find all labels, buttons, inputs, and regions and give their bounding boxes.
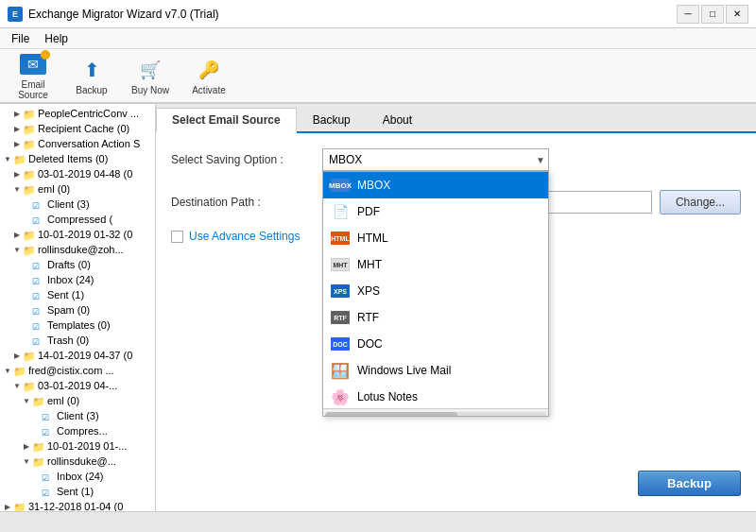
- tree-item[interactable]: ☑Compressed (: [0, 212, 155, 227]
- tree-label: 03-01-2019 04-...: [38, 380, 117, 391]
- tree-item[interactable]: ▼📁eml (0): [0, 393, 155, 408]
- tree-toggle[interactable]: ▼: [2, 365, 13, 376]
- folder-icon: 📁: [32, 396, 45, 407]
- minimize-button[interactable]: ─: [677, 5, 699, 24]
- saving-option-value: MBOX: [329, 153, 362, 166]
- tree-toggle[interactable]: ▶: [11, 229, 23, 240]
- tree-item[interactable]: ▶📁10-01-2019 01-32 (0: [0, 227, 155, 242]
- tree-item[interactable]: ☑Sent (1): [0, 484, 155, 499]
- toolbar-backup[interactable]: ⬆ Backup: [66, 52, 117, 100]
- tree-toggle[interactable]: [21, 304, 32, 316]
- tree-item[interactable]: ☑Client (3): [0, 408, 155, 423]
- toolbar-email-source[interactable]: ↑ Email Source: [8, 46, 59, 105]
- tree-toggle[interactable]: [30, 410, 42, 421]
- tree-toggle[interactable]: ▶: [11, 108, 23, 119]
- tree-item[interactable]: ▶📁03-01-2019 04-48 (0: [0, 166, 155, 181]
- tree-toggle[interactable]: ▼: [21, 455, 32, 467]
- tree-item[interactable]: ☑Drafts (0): [0, 257, 155, 272]
- tree-toggle[interactable]: ▼: [11, 183, 23, 195]
- dropdown-item-mht[interactable]: MHT MHT: [323, 251, 548, 278]
- xps-icon: XPS: [331, 282, 350, 300]
- dropdown-item-rtf[interactable]: RTF RTF: [323, 304, 548, 331]
- tree-item[interactable]: ▶📁31-12-2018 01-04 (0: [0, 499, 155, 511]
- tree-item[interactable]: ▶📁14-01-2019 04-37 (0: [0, 348, 155, 363]
- dropdown-item-pdf[interactable]: 📄 PDF: [323, 198, 548, 225]
- advance-settings-checkbox[interactable]: [171, 231, 183, 243]
- tree-item[interactable]: ▼📁eml (0): [0, 181, 155, 197]
- lotus-label: Lotus Notes: [357, 390, 418, 403]
- tree-toggle[interactable]: ▼: [2, 153, 13, 164]
- tree-item[interactable]: ▶📁PeopleCentricConv ...: [0, 106, 155, 121]
- tree-item[interactable]: ▶📁Recipient Cache (0): [0, 121, 155, 136]
- change-button[interactable]: Change...: [660, 190, 741, 215]
- tree-item[interactable]: ☑Inbox (24): [0, 469, 155, 484]
- tab-about[interactable]: About: [367, 108, 428, 133]
- menu-help[interactable]: Help: [37, 30, 76, 47]
- tree-label: Inbox (24): [57, 471, 104, 482]
- dropdown-item-html[interactable]: HTML HTML: [323, 225, 548, 251]
- tree-item[interactable]: ☑Compres...: [0, 423, 155, 438]
- toolbar-buy-now[interactable]: 🛒 Buy Now: [125, 52, 176, 100]
- checkbox-icon: ☑: [32, 292, 40, 301]
- tree-toggle[interactable]: [21, 335, 32, 346]
- tree-toggle[interactable]: [30, 486, 42, 497]
- dropdown-list[interactable]: MBOX MBOX 📄 PDF: [322, 171, 549, 417]
- tree-toggle[interactable]: [21, 289, 32, 300]
- tab-backup[interactable]: Backup: [297, 108, 367, 133]
- tree-toggle[interactable]: [21, 198, 32, 210]
- tree-toggle[interactable]: [21, 214, 32, 225]
- tree-item[interactable]: ☑Templates (0): [0, 317, 155, 333]
- close-button[interactable]: ✕: [726, 5, 748, 24]
- dropdown-item-doc[interactable]: DOC DOC: [323, 331, 548, 357]
- dropdown-item-wlm[interactable]: 🪟 Windows Live Mail: [323, 357, 548, 384]
- tree-item[interactable]: ▼📁03-01-2019 04-...: [0, 378, 155, 393]
- tree-toggle[interactable]: [21, 274, 32, 285]
- tree-item[interactable]: ▼📁fred@cistix.com ...: [0, 363, 155, 378]
- tree-toggle[interactable]: ▼: [21, 395, 32, 406]
- menu-file[interactable]: File: [4, 30, 37, 47]
- dropdown-item-xps[interactable]: XPS XPS: [323, 278, 548, 304]
- tree-item[interactable]: ▼📁rollinsduke@...: [0, 454, 155, 469]
- tree-toggle[interactable]: ▼: [11, 244, 23, 255]
- dropdown-item-lotus[interactable]: 🌸 Lotus Notes: [323, 384, 548, 408]
- tree-toggle[interactable]: ▶: [21, 440, 32, 452]
- tree-item[interactable]: ▼📁rollinsduke@zoh...: [0, 242, 155, 257]
- dropdown-hthumb: [325, 412, 457, 418]
- tree-item[interactable]: ▶📁Conversation Action S: [0, 136, 155, 151]
- checkbox-icon: ☑: [32, 262, 40, 271]
- tree-toggle[interactable]: [30, 471, 42, 482]
- tree-item[interactable]: ▼📁Deleted Items (0): [0, 151, 155, 166]
- tree-item[interactable]: ▶📁10-01-2019 01-...: [0, 438, 155, 454]
- dropdown-item-mbox[interactable]: MBOX MBOX: [323, 172, 548, 198]
- backup-button[interactable]: Backup: [638, 471, 741, 496]
- tree-toggle[interactable]: [21, 259, 32, 270]
- title-bar: E Exchange Migrator Wizard v7.0 (Trial) …: [0, 0, 756, 28]
- saving-option-select[interactable]: MBOX: [322, 148, 549, 171]
- tree-toggle[interactable]: ▶: [11, 123, 23, 134]
- toolbar-buy-label: Buy Now: [131, 85, 169, 95]
- saving-option-row: Select Saving Option : MBOX ▼: [171, 148, 741, 171]
- tree-item[interactable]: ☑Sent (1): [0, 287, 155, 302]
- dropdown-hscroll[interactable]: [323, 408, 548, 417]
- tree-toggle[interactable]: ▶: [11, 138, 23, 149]
- tree-toggle[interactable]: ▼: [11, 380, 23, 391]
- tree-toggle[interactable]: [30, 425, 42, 437]
- tree-toggle[interactable]: [21, 319, 32, 331]
- tree-toggle[interactable]: ▶: [11, 350, 23, 361]
- tree-toggle[interactable]: ▶: [11, 168, 23, 180]
- folder-icon: 📁: [23, 381, 36, 392]
- tree-item[interactable]: ☑Trash (0): [0, 333, 155, 348]
- window-controls[interactable]: ─ □ ✕: [677, 5, 748, 24]
- tab-select-email-source[interactable]: Select Email Source: [156, 108, 297, 133]
- tree-item[interactable]: ☑Spam (0): [0, 302, 155, 317]
- tree-item[interactable]: ☑Client (3): [0, 197, 155, 212]
- html-icon: HTML: [331, 229, 350, 248]
- saving-option-select-wrapper[interactable]: MBOX ▼ MBOX MBOX: [322, 148, 549, 171]
- toolbar: ↑ Email Source ⬆ Backup 🛒 Buy Now 🔑 Acti…: [0, 49, 756, 104]
- toolbar-activate[interactable]: 🔑 Activate: [183, 52, 234, 100]
- tree-label: 10-01-2019 01-...: [47, 440, 127, 452]
- maximize-button[interactable]: □: [701, 5, 724, 24]
- tree-toggle[interactable]: ▶: [2, 501, 13, 511]
- buy-icon: 🛒: [137, 57, 163, 83]
- tree-item[interactable]: ☑Inbox (24): [0, 272, 155, 287]
